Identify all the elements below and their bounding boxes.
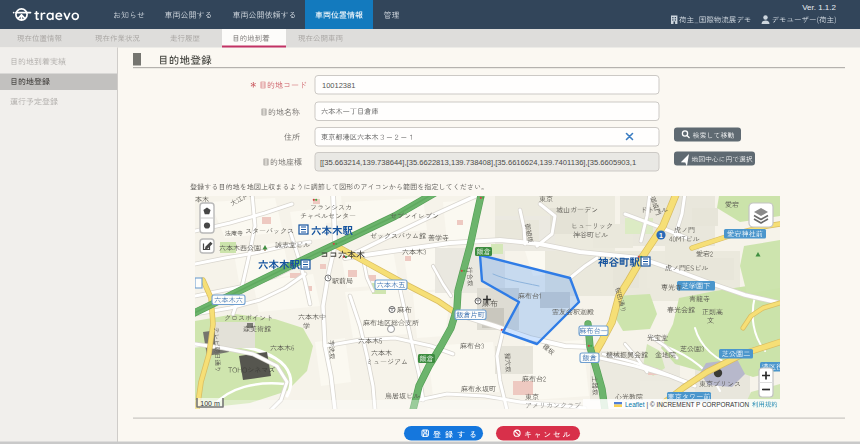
svg-text:Leaflet: Leaflet bbox=[625, 401, 645, 408]
svg-text:| © INCREMENT P CORPORATION: | © INCREMENT P CORPORATION bbox=[647, 401, 750, 409]
svg-text:[[35.663214,139.738644],[35.66: [[35.663214,139.738644],[35.6622813,139.… bbox=[320, 158, 636, 167]
svg-text:1: 1 bbox=[659, 232, 663, 239]
svg-text:Ver. 1.1.2: Ver. 1.1.2 bbox=[802, 3, 836, 12]
svg-text:100 m: 100 m bbox=[200, 400, 220, 407]
svg-text:10012381: 10012381 bbox=[322, 81, 355, 90]
